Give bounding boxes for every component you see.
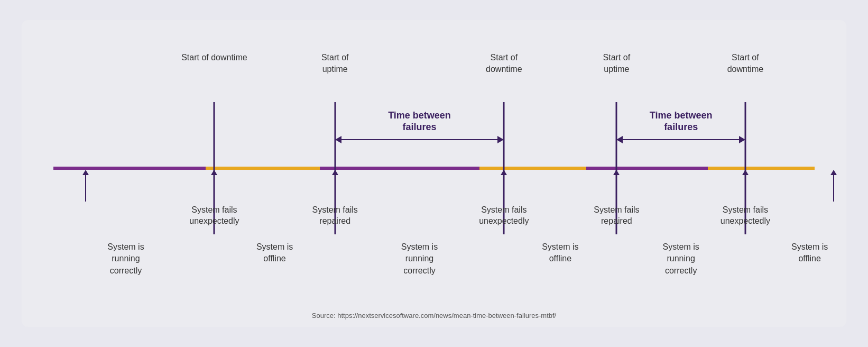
top-label-2: Start ofuptime xyxy=(321,52,349,76)
tbf-label-2: Time betweenfailures xyxy=(650,110,713,133)
arrow-label-2: System failsrepaired xyxy=(303,170,367,227)
arrow-label-4: System failsrepaired xyxy=(585,170,648,227)
arrowhead-3 xyxy=(501,170,507,175)
state-label-2: System isoffline xyxy=(243,241,307,265)
arrowshaft-3 xyxy=(503,175,504,202)
arrowhead-2 xyxy=(332,170,338,175)
tbf-arrowhead-left-1 xyxy=(335,136,341,143)
arrowshaft-5 xyxy=(745,175,746,202)
top-label-4: Start ofuptime xyxy=(603,52,631,76)
arrowshaft-2 xyxy=(335,175,336,202)
tbf-bracket-2: Time betweenfailures xyxy=(616,110,745,143)
state-label-6: System isoffline xyxy=(778,241,842,265)
arrowhead-0 xyxy=(82,170,89,175)
arrowshaft-4 xyxy=(616,175,617,202)
arrow-text-4: System failsrepaired xyxy=(585,205,648,227)
top-label-3: Start ofdowntime xyxy=(486,52,522,76)
tbf-bracket-1: Time betweenfailures xyxy=(335,110,504,143)
diagram-container: Start of downtime Start ofuptime Start o… xyxy=(22,20,846,327)
timeline-line xyxy=(53,167,815,170)
arrow-label-6 xyxy=(830,170,837,202)
arrowshaft-1 xyxy=(214,175,215,202)
arrow-text-5: System failsunexpectedly xyxy=(711,205,780,227)
tbf-arrowhead-left-2 xyxy=(616,136,623,143)
arrowhead-5 xyxy=(742,170,749,175)
arrow-text-1: System failsunexpectedly xyxy=(180,205,248,227)
timeline-area: Start of downtime Start ofuptime Start o… xyxy=(22,20,846,327)
tbf-label-1: Time betweenfailures xyxy=(388,110,451,133)
arrow-label-1: System failsunexpectedly xyxy=(180,170,248,227)
state-label-4: System isoffline xyxy=(529,241,592,265)
tbf-line-2 xyxy=(623,139,739,140)
arrowhead-1 xyxy=(211,170,217,175)
tbf-arrowhead-right-2 xyxy=(739,136,745,143)
state-label-3: System isrunningcorrectly xyxy=(385,241,454,277)
state-label-1: System isrunningcorrectly xyxy=(91,241,160,277)
arrow-label-3: System failsunexpectedly xyxy=(469,170,538,227)
source-text: Source: https://nextservicesoftware.com/… xyxy=(312,312,556,319)
tbf-arrowhead-right-1 xyxy=(497,136,504,143)
arrow-text-2: System failsrepaired xyxy=(303,205,367,227)
tbf-arrow-2 xyxy=(616,136,745,143)
arrowshaft-6 xyxy=(833,175,834,202)
tbf-line-1 xyxy=(341,139,498,140)
arrow-text-3: System failsunexpectedly xyxy=(469,205,538,227)
state-label-5: System isrunningcorrectly xyxy=(647,241,715,277)
arrow-label-5: System failsunexpectedly xyxy=(711,170,780,227)
arrowhead-4 xyxy=(613,170,620,175)
tbf-arrow-1 xyxy=(335,136,504,143)
arrow-label-0 xyxy=(82,170,89,202)
top-label-5: Start ofdowntime xyxy=(727,52,763,76)
arrowshaft-0 xyxy=(85,175,86,202)
top-label-1: Start of downtime xyxy=(181,52,247,63)
arrowhead-6 xyxy=(830,170,837,175)
